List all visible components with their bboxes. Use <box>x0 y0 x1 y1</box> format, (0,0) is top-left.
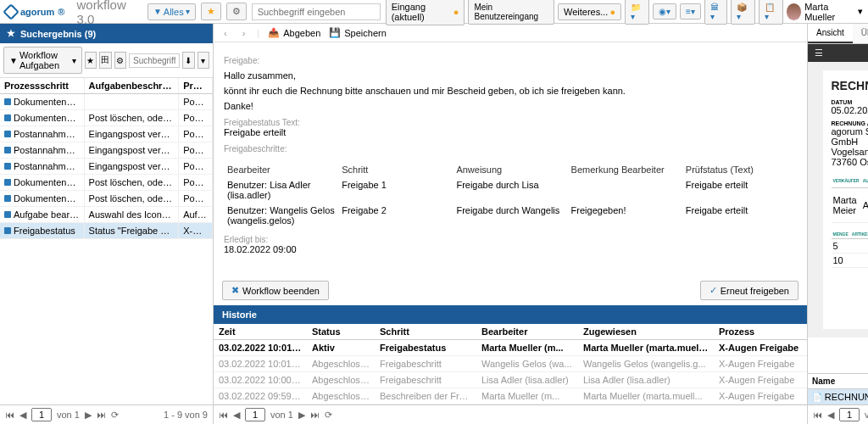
right-panel: Ansicht Übersicht Vorschau Objektinfo No… <box>808 24 868 424</box>
task-row[interactable]: DokumentensichtungPost löschen, oder wei… <box>0 191 213 207</box>
refresh-icon[interactable]: ⟳ <box>111 410 119 421</box>
historie-header: Historie <box>214 305 807 324</box>
gear-btn[interactable]: ⚙ <box>114 52 126 69</box>
task-row[interactable]: Aufgabe bearbeitenAuswahl des Icons für … <box>0 207 213 223</box>
logo-icon <box>3 3 19 20</box>
left-search-input[interactable] <box>129 53 180 68</box>
search-results-header: ★ Suchergebnis (9) <box>0 24 213 43</box>
history-row[interactable]: 03.02.2022 10:01:40AbgeschlossenFreigabe… <box>214 356 807 372</box>
tab-ansicht[interactable]: Ansicht <box>808 24 853 43</box>
star-filter[interactable]: ★ <box>85 52 97 69</box>
speichern-btn[interactable]: 💾 Speichern <box>329 27 387 38</box>
mein-btn[interactable]: Mein Benutzereingang <box>468 0 554 25</box>
weiteres-btn[interactable]: Weiteres... ● <box>558 3 621 20</box>
brand-logo[interactable]: agorum® <box>5 6 64 18</box>
task-row[interactable]: FreigabestatusStatus "Freigabe erteilt"X… <box>0 223 213 239</box>
step-row: Benutzer: Wangelis Gelos (wangelis.gelos… <box>224 203 797 228</box>
settings-button[interactable]: ⚙ <box>226 3 247 20</box>
last-icon[interactable]: ⏭ <box>97 410 106 420</box>
tb-m5[interactable]: 📦▾ <box>731 0 755 25</box>
history-row[interactable]: 03.02.2022 10:01:41AktivFreigabestatusMa… <box>214 340 807 356</box>
right-pager: ⏮◀ von 1 ▶⏭⟳ 1 - 1 von 1 <box>808 404 868 424</box>
menu-icon[interactable]: ☰ <box>815 47 823 59</box>
history-row[interactable]: 03.02.2022 10:00:45AbgeschlossenFreigabe… <box>214 372 807 388</box>
page-input[interactable] <box>31 408 52 421</box>
filter-alles[interactable]: ▼ Alles ▾ <box>147 3 196 20</box>
steps-header: BearbeiterSchrittAnweisungBemerkung Bear… <box>224 162 797 177</box>
first-icon[interactable]: ⏮ <box>5 410 14 420</box>
tb-m4[interactable]: 🏛▾ <box>704 0 727 25</box>
left-panel: ★ Suchergebnis (9) ▼ Workflow Aufgaben ▾… <box>0 24 214 424</box>
user-avatar[interactable] <box>787 3 802 20</box>
tab-uebersicht[interactable]: Übersicht <box>853 24 868 43</box>
gear-icon: ⚙ <box>232 6 241 17</box>
step-row: Benutzer: Lisa Adler (lisa.adler)Freigab… <box>224 177 797 203</box>
more-btn[interactable]: ▾ <box>198 52 209 69</box>
prev-icon[interactable]: ◀ <box>19 410 26 421</box>
fwd-icon[interactable]: › <box>239 28 249 38</box>
global-search-input[interactable] <box>252 3 381 20</box>
center-pager: ⏮◀ von 1 ▶⏭⟳ <box>214 404 807 424</box>
back-icon[interactable]: ‹ <box>220 28 231 38</box>
pdf-toolbar: ☰ 1/1 | −+ ⛶⟲ ⬇🖨⋮ <box>808 44 868 62</box>
invoice-doc: RECHNUNG DATUM05.02.2022 RECHNUNGSNR.RE9… <box>823 70 869 329</box>
erneut-freigeben-btn[interactable]: ✓Erneut freigeben <box>700 281 798 300</box>
task-row[interactable]: DokumentensichtungPosteingang <box>0 94 213 110</box>
file-row[interactable]: 📄 RECHNUNG - Farbenfr...Marta MuellerMar… <box>808 389 868 404</box>
user-name[interactable]: Marta Mueller <box>804 2 854 22</box>
grid-header: Prozessschritt Aufgabenbeschreibung Proz… <box>0 78 213 94</box>
eingang-btn[interactable]: Eingang (aktuell) ● <box>386 0 465 25</box>
center-toolbar: ‹ › | 📤 Abgeben 💾 Speichern <box>214 24 807 42</box>
file-grid: NameBesitzerZuletzt geändert durLetzte Ä… <box>808 373 868 404</box>
tb-m6[interactable]: 📋▾ <box>759 0 783 25</box>
task-row[interactable]: Postannahme MarketingEingangspost verarb… <box>0 126 213 142</box>
action-bar: ✖Workflow beenden ✓Erneut freigeben <box>214 276 807 305</box>
star-icon: ★ <box>207 6 215 17</box>
dl-btn[interactable]: ⬇ <box>182 52 194 69</box>
center-panel: ‹ › | 📤 Abgeben 💾 Speichern Freigabe: Ha… <box>214 24 808 424</box>
task-row[interactable]: Postannahme KundenberatungEingangspost v… <box>0 159 213 175</box>
task-row[interactable]: Postannahme MarketingEingangspost verarb… <box>0 142 213 159</box>
filter-workflow[interactable]: ▼ Workflow Aufgaben ▾ <box>3 47 82 74</box>
right-tabs: Ansicht Übersicht Vorschau Objektinfo No… <box>808 24 868 44</box>
form-area: Freigabe: Hallo zusammen, könnt ihr euch… <box>214 42 807 276</box>
workflow-end-btn[interactable]: ✖Workflow beenden <box>222 281 329 300</box>
abgeben-btn[interactable]: 📤 Abgeben <box>268 27 320 38</box>
next-icon[interactable]: ▶ <box>85 410 92 421</box>
history-row[interactable]: 03.02.2022 09:59:39AbgeschlossenBeschrei… <box>214 388 807 404</box>
pdf-viewer: RECHNUNG DATUM05.02.2022 RECHNUNGSNR.RE9… <box>808 62 868 338</box>
star-button[interactable]: ★ <box>201 3 221 20</box>
tb-m2[interactable]: ◉▾ <box>653 3 676 20</box>
grid-body: DokumentensichtungPosteingangDokumentens… <box>0 94 213 239</box>
grid-btn[interactable]: 田 <box>99 52 111 69</box>
left-pager: ⏮◀ von 1 ▶⏭ ⟳ 1 - 9 von 9 <box>0 404 213 424</box>
tb-m1[interactable]: 📁▾ <box>625 0 649 25</box>
task-row[interactable]: DokumentensichtungPost löschen, oder wei… <box>0 110 213 126</box>
left-toolbar: ▼ Workflow Aufgaben ▾ ★ 田 ⚙ ⬇ ▾ <box>0 43 213 78</box>
tb-m3[interactable]: ≡▾ <box>680 3 701 20</box>
top-bar: agorum® workflow 3.0 ▼ Alles ▾ ★ ⚙ Einga… <box>0 0 868 24</box>
task-row[interactable]: DokumentensichtungPost löschen, oder wei… <box>0 175 213 191</box>
historie-cols: ZeitStatusSchrittBearbeiterZugewiesenPro… <box>214 324 807 340</box>
product-title: workflow 3.0 <box>76 0 142 26</box>
